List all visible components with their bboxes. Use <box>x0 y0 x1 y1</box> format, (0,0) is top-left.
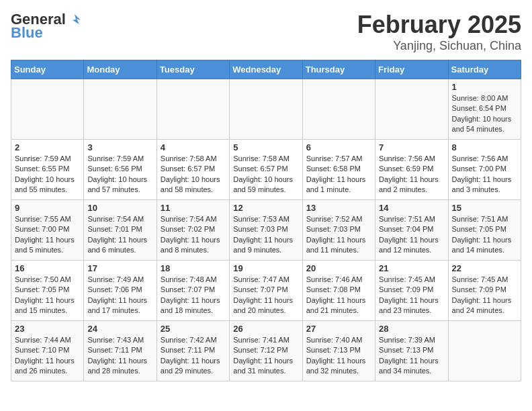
day-info: Sunrise: 7:52 AM Sunset: 7:03 PM Dayligh… <box>306 214 371 256</box>
calendar-cell <box>84 79 157 140</box>
day-number: 3 <box>87 142 152 152</box>
day-info: Sunrise: 7:59 AM Sunset: 6:55 PM Dayligh… <box>15 154 80 195</box>
weekday-header-friday: Friday <box>375 60 448 79</box>
day-info: Sunrise: 7:56 AM Sunset: 7:00 PM Dayligh… <box>452 154 517 195</box>
calendar-cell: 17Sunrise: 7:49 AM Sunset: 7:06 PM Dayli… <box>84 261 157 321</box>
day-number: 18 <box>161 263 226 273</box>
calendar-cell <box>448 321 521 381</box>
calendar-cell: 13Sunrise: 7:52 AM Sunset: 7:03 PM Dayli… <box>302 200 375 261</box>
calendar-cell: 23Sunrise: 7:44 AM Sunset: 7:10 PM Dayli… <box>11 321 84 381</box>
svg-marker-0 <box>73 14 81 24</box>
day-info: Sunrise: 7:59 AM Sunset: 6:56 PM Dayligh… <box>87 154 152 195</box>
day-info: Sunrise: 7:46 AM Sunset: 7:08 PM Dayligh… <box>306 275 371 316</box>
calendar-cell: 16Sunrise: 7:50 AM Sunset: 7:05 PM Dayli… <box>11 261 84 321</box>
calendar-cell: 8Sunrise: 7:56 AM Sunset: 7:00 PM Daylig… <box>448 140 521 200</box>
calendar-cell: 11Sunrise: 7:54 AM Sunset: 7:02 PM Dayli… <box>157 200 229 261</box>
weekday-header-thursday: Thursday <box>302 60 375 79</box>
weekday-header-saturday: Saturday <box>448 60 521 79</box>
calendar-cell: 28Sunrise: 7:39 AM Sunset: 7:13 PM Dayli… <box>375 321 448 381</box>
day-number: 1 <box>452 82 517 92</box>
day-info: Sunrise: 7:43 AM Sunset: 7:11 PM Dayligh… <box>87 335 152 377</box>
day-number: 10 <box>87 203 152 213</box>
calendar-cell: 10Sunrise: 7:54 AM Sunset: 7:01 PM Dayli… <box>84 200 157 261</box>
weekday-header-tuesday: Tuesday <box>157 60 229 79</box>
day-info: Sunrise: 7:58 AM Sunset: 6:57 PM Dayligh… <box>161 154 226 195</box>
calendar-week-row: 16Sunrise: 7:50 AM Sunset: 7:05 PM Dayli… <box>11 261 521 321</box>
day-number: 15 <box>452 203 517 213</box>
day-number: 6 <box>306 142 371 152</box>
calendar-cell: 2Sunrise: 7:59 AM Sunset: 6:55 PM Daylig… <box>11 140 84 200</box>
day-number: 19 <box>233 263 298 273</box>
calendar-table: SundayMondayTuesdayWednesdayThursdayFrid… <box>11 60 521 381</box>
calendar-cell <box>230 79 302 140</box>
day-info: Sunrise: 7:55 AM Sunset: 7:00 PM Dayligh… <box>15 214 80 256</box>
day-info: Sunrise: 7:40 AM Sunset: 7:13 PM Dayligh… <box>306 335 371 377</box>
day-number: 28 <box>379 324 444 334</box>
day-number: 26 <box>233 324 298 334</box>
calendar-cell: 22Sunrise: 7:45 AM Sunset: 7:09 PM Dayli… <box>448 261 521 321</box>
day-number: 4 <box>161 142 226 152</box>
calendar-cell: 20Sunrise: 7:46 AM Sunset: 7:08 PM Dayli… <box>302 261 375 321</box>
day-number: 21 <box>379 263 444 273</box>
calendar-header-row: SundayMondayTuesdayWednesdayThursdayFrid… <box>11 60 521 79</box>
day-number: 16 <box>15 263 80 273</box>
calendar-week-row: 1Sunrise: 8:00 AM Sunset: 6:54 PM Daylig… <box>11 79 521 140</box>
day-number: 23 <box>15 324 80 334</box>
day-info: Sunrise: 7:45 AM Sunset: 7:09 PM Dayligh… <box>379 275 444 316</box>
day-info: Sunrise: 8:00 AM Sunset: 6:54 PM Dayligh… <box>452 93 517 135</box>
calendar-cell: 7Sunrise: 7:56 AM Sunset: 6:59 PM Daylig… <box>375 140 448 200</box>
weekday-header-sunday: Sunday <box>11 60 84 79</box>
logo-blue-text: Blue <box>11 24 43 42</box>
logo: General Blue <box>11 11 82 42</box>
day-info: Sunrise: 7:51 AM Sunset: 7:05 PM Dayligh… <box>452 214 517 256</box>
day-info: Sunrise: 7:53 AM Sunset: 7:03 PM Dayligh… <box>233 214 298 256</box>
day-number: 2 <box>15 142 80 152</box>
calendar-cell <box>157 79 229 140</box>
day-info: Sunrise: 7:58 AM Sunset: 6:57 PM Dayligh… <box>233 154 298 195</box>
calendar-cell: 9Sunrise: 7:55 AM Sunset: 7:00 PM Daylig… <box>11 200 84 261</box>
day-info: Sunrise: 7:57 AM Sunset: 6:58 PM Dayligh… <box>306 154 371 195</box>
weekday-header-monday: Monday <box>84 60 157 79</box>
calendar-cell: 18Sunrise: 7:48 AM Sunset: 7:07 PM Dayli… <box>157 261 229 321</box>
calendar-cell <box>302 79 375 140</box>
calendar-cell: 12Sunrise: 7:53 AM Sunset: 7:03 PM Dayli… <box>230 200 302 261</box>
day-number: 14 <box>379 203 444 213</box>
calendar-cell: 15Sunrise: 7:51 AM Sunset: 7:05 PM Dayli… <box>448 200 521 261</box>
day-number: 7 <box>379 142 444 152</box>
day-info: Sunrise: 7:45 AM Sunset: 7:09 PM Dayligh… <box>452 275 517 316</box>
day-info: Sunrise: 7:47 AM Sunset: 7:07 PM Dayligh… <box>233 275 298 316</box>
calendar-week-row: 23Sunrise: 7:44 AM Sunset: 7:10 PM Dayli… <box>11 321 521 381</box>
day-number: 25 <box>161 324 226 334</box>
day-number: 11 <box>161 203 226 213</box>
day-number: 22 <box>452 263 517 273</box>
calendar-week-row: 2Sunrise: 7:59 AM Sunset: 6:55 PM Daylig… <box>11 140 521 200</box>
day-number: 27 <box>306 324 371 334</box>
day-info: Sunrise: 7:41 AM Sunset: 7:12 PM Dayligh… <box>233 335 298 377</box>
calendar-cell: 27Sunrise: 7:40 AM Sunset: 7:13 PM Dayli… <box>302 321 375 381</box>
weekday-header-wednesday: Wednesday <box>230 60 302 79</box>
day-info: Sunrise: 7:50 AM Sunset: 7:05 PM Dayligh… <box>15 275 80 316</box>
calendar-cell: 21Sunrise: 7:45 AM Sunset: 7:09 PM Dayli… <box>375 261 448 321</box>
day-number: 9 <box>15 203 80 213</box>
day-info: Sunrise: 7:39 AM Sunset: 7:13 PM Dayligh… <box>379 335 444 377</box>
calendar-cell: 3Sunrise: 7:59 AM Sunset: 6:56 PM Daylig… <box>84 140 157 200</box>
day-number: 20 <box>306 263 371 273</box>
day-number: 13 <box>306 203 371 213</box>
location-subtitle: Yanjing, Sichuan, China <box>357 39 521 53</box>
calendar-cell: 26Sunrise: 7:41 AM Sunset: 7:12 PM Dayli… <box>230 321 302 381</box>
logo-bird-icon <box>67 12 82 27</box>
day-info: Sunrise: 7:42 AM Sunset: 7:11 PM Dayligh… <box>161 335 226 377</box>
day-info: Sunrise: 7:51 AM Sunset: 7:04 PM Dayligh… <box>379 214 444 256</box>
day-number: 5 <box>233 142 298 152</box>
day-info: Sunrise: 7:56 AM Sunset: 6:59 PM Dayligh… <box>379 154 444 195</box>
calendar-cell: 24Sunrise: 7:43 AM Sunset: 7:11 PM Dayli… <box>84 321 157 381</box>
calendar-cell <box>11 79 84 140</box>
day-info: Sunrise: 7:44 AM Sunset: 7:10 PM Dayligh… <box>15 335 80 377</box>
calendar-cell: 4Sunrise: 7:58 AM Sunset: 6:57 PM Daylig… <box>157 140 229 200</box>
calendar-cell <box>375 79 448 140</box>
day-info: Sunrise: 7:54 AM Sunset: 7:01 PM Dayligh… <box>87 214 152 256</box>
title-block: February 2025 Yanjing, Sichuan, China <box>357 11 521 53</box>
calendar-cell: 19Sunrise: 7:47 AM Sunset: 7:07 PM Dayli… <box>230 261 302 321</box>
day-info: Sunrise: 7:54 AM Sunset: 7:02 PM Dayligh… <box>161 214 226 256</box>
day-info: Sunrise: 7:48 AM Sunset: 7:07 PM Dayligh… <box>161 275 226 316</box>
